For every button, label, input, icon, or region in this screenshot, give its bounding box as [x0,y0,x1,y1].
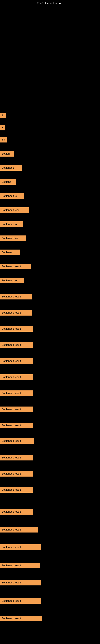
bottleneck-result-item: Bottleneck result [0,342,33,348]
bottleneck-result-item: Bottleneck result [0,326,33,332]
bottleneck-result-item: Bottleneck re [0,193,24,199]
site-title: TheBottlenecker.com [37,2,63,5]
bottleneck-result-item: Bottleneck re [0,278,24,283]
bottleneck-result-item: Bottleneck result [0,264,31,269]
bottleneck-result-item: Bottlene [0,179,16,185]
bottleneck-result-item: Bottleneck result [0,471,33,476]
bottleneck-result-item: Bottleneck result [0,598,41,604]
bottleneck-result-item: Bottleneck result [0,455,33,460]
bottleneck-result-item: Bottleneck [0,250,20,255]
bottleneck-result-item: Bottleneck result [0,509,33,514]
bottleneck-result-item: Bottleneck result [0,358,33,364]
bottleneck-result-item: B4 [0,137,7,142]
bottleneck-result-item: Bottleneck result [0,390,33,396]
text-cursor [1,98,2,103]
bottleneck-result-item: E [0,125,5,130]
bottleneck-result-item: Bottleneck result [0,544,41,550]
bottleneck-result-item: Bottleneck result [0,527,38,532]
bottleneck-result-item: Bottlen [0,151,14,156]
bottleneck-result-item: Bottleneck result [0,406,33,412]
bottleneck-result-item: Bottleneck result [0,580,41,586]
bottleneck-result-item: Bottleneck result [0,374,33,380]
bottleneck-result-item: Bottleneck result [0,310,32,316]
bottleneck-result-item: Bottleneck r [0,165,22,171]
bottleneck-result-item: Bottleneck result [0,294,32,300]
bottleneck-result-item: Bottleneck result [0,487,33,493]
bottleneck-result-item: Bottleneck ra [0,222,23,227]
bottleneck-result-item: Bottleneck result [0,422,33,428]
bottleneck-result-item: Bottleneck resu [0,207,29,213]
bottleneck-result-item: Bottleneck res [0,236,26,241]
bottleneck-result-item: B [0,113,6,118]
bottleneck-result-item: Bottleneck result [0,438,34,444]
bottleneck-result-item: Bottleneck result [0,616,42,621]
bottleneck-result-item: Bottleneck result [0,563,40,568]
